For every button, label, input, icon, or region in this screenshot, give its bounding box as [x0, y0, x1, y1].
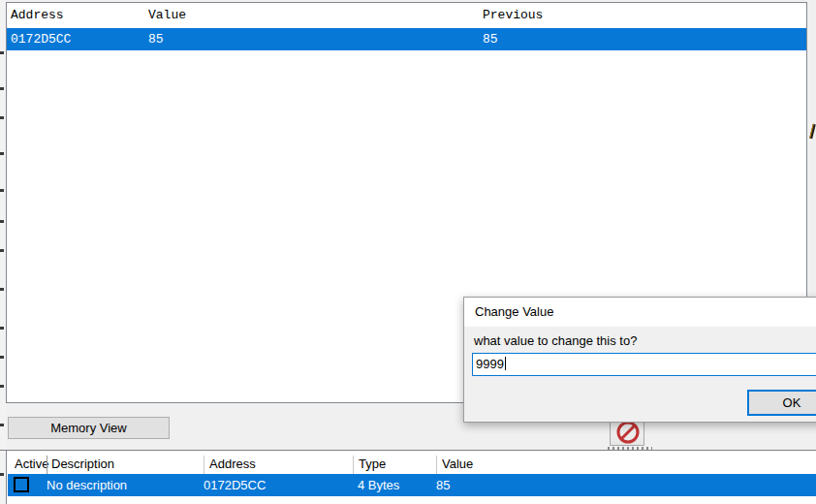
cutoff-glyph: [809, 124, 816, 139]
scan-results-header: Address Value Previous: [7, 3, 806, 28]
dialog-title: Change Value: [475, 304, 553, 319]
column-header-previous[interactable]: Previous: [483, 8, 543, 22]
column-header-value[interactable]: Value: [442, 457, 473, 471]
row-type: 4 Bytes: [358, 478, 399, 492]
memory-view-button[interactable]: Memory View: [8, 417, 170, 439]
row-address: 0172D5CC: [204, 478, 266, 492]
column-header-value[interactable]: Value: [148, 8, 186, 22]
ok-button[interactable]: OK: [747, 390, 816, 416]
value-input[interactable]: 9999: [472, 353, 816, 376]
dialog-prompt: what value to change this to?: [474, 333, 637, 348]
column-header-address[interactable]: Address: [209, 457, 256, 471]
text-caret: [505, 357, 506, 370]
cheat-table: Active Description Address Type Value No…: [6, 451, 816, 504]
column-header-type[interactable]: Type: [359, 457, 386, 471]
value-input-text: 9999: [476, 357, 504, 371]
cheat-table-header: Active Description Address Type Value: [7, 454, 816, 474]
dialog-titlebar[interactable]: Change Value: [464, 298, 816, 327]
row-description: No description: [47, 478, 127, 492]
scan-result-row-selected[interactable]: 0172D5CC 85 85: [7, 28, 806, 50]
change-value-dialog: Change Value what value to change this t…: [463, 297, 816, 423]
cheat-table-row-selected[interactable]: No description 0172D5CC 4 Bytes 85: [8, 474, 816, 496]
result-previous: 85: [483, 32, 498, 47]
column-header-description[interactable]: Description: [51, 457, 114, 471]
result-address: 0172D5CC: [11, 32, 71, 47]
column-header-active[interactable]: Active: [15, 457, 48, 471]
row-value: 85: [436, 478, 450, 492]
active-checkbox[interactable]: [14, 477, 29, 492]
column-header-address[interactable]: Address: [11, 8, 64, 22]
result-value: 85: [148, 32, 164, 47]
